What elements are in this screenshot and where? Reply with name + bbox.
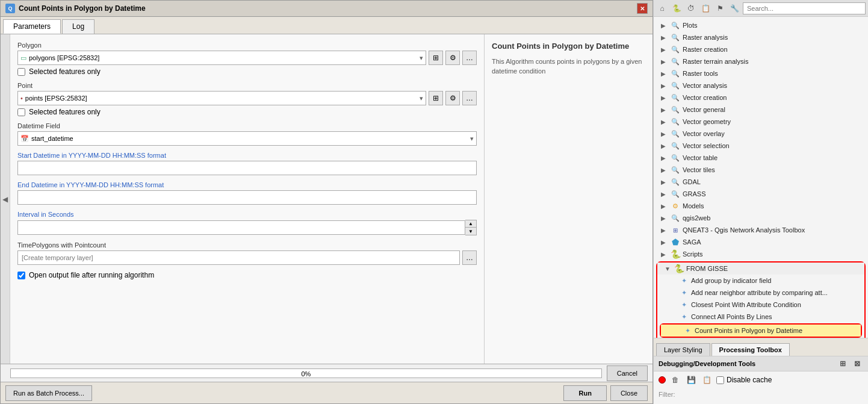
child-add-group[interactable]: ✦ Add group by indicator field — [657, 275, 864, 287]
debug-disable-cache-checkbox[interactable] — [716, 376, 724, 384]
child-closest-point[interactable]: ✦ Closest Point With Attribute Condition — [657, 299, 864, 311]
tree-arrow-vector-geometry: ▶ — [661, 119, 668, 125]
tree-arrow-models: ▶ — [661, 203, 668, 210]
child-add-near[interactable]: ✦ Add near neighbor attribute by compari… — [657, 287, 864, 299]
debug-title: Debugging/Development Tools — [659, 360, 755, 367]
tree-arrow-qneat3: ▶ — [661, 227, 668, 234]
tree-item-raster-analysis[interactable]: ▶ 🔍 Raster analysis — [654, 31, 868, 43]
output-input[interactable] — [17, 250, 460, 265]
toolbox-icon-2[interactable]: 🐍 — [671, 2, 683, 14]
tree-item-grass[interactable]: ▶ 🔍 GRASS — [654, 188, 868, 200]
toolbox-tree: ▶ 🔍 Plots ▶ 🔍 Raster analysis ▶ 🔍 Raster… — [654, 17, 868, 338]
progress-bar: 0% — [10, 368, 602, 378]
dialog-title: Count Points in Polygon by Datetime — [19, 4, 146, 13]
polygon-select-btn[interactable]: ⊞ — [429, 51, 443, 65]
point-selected-checkbox[interactable] — [17, 108, 25, 116]
debug-content-area: Filter: — [654, 388, 868, 400]
tree-item-plots[interactable]: ▶ 🔍 Plots — [654, 19, 868, 31]
cancel-button[interactable]: Cancel — [607, 365, 648, 381]
point-type-icon: • — [20, 95, 23, 102]
interval-down-btn[interactable]: ▼ — [465, 228, 476, 235]
tab-parameters[interactable]: Parameters — [3, 19, 61, 34]
tab-layer-styling[interactable]: Layer Styling — [656, 343, 710, 356]
debug-icon-2[interactable]: ⊠ — [851, 358, 863, 370]
tree-label-raster-creation: Raster creation — [683, 46, 863, 53]
tree-label-saga: SAGA — [683, 238, 863, 246]
tree-item-vector-table[interactable]: ▶ 🔍 Vector table — [654, 152, 868, 164]
tab-log[interactable]: Log — [62, 19, 95, 34]
interval-spin-btns: ▲ ▼ — [465, 220, 477, 235]
output-browse-btn[interactable]: … — [462, 250, 477, 265]
tree-item-vector-creation[interactable]: ▶ 🔍 Vector creation — [654, 92, 868, 104]
tree-item-vector-tiles[interactable]: ▶ 🔍 Vector tiles — [654, 164, 868, 176]
debug-record-icon[interactable] — [659, 376, 666, 384]
debug-filter-label: Filter: — [659, 391, 675, 398]
tree-icon-qgis2web: 🔍 — [671, 213, 680, 223]
tree-label-from-gisse: FROM GISSE — [686, 265, 860, 272]
open-output-label: Open output file after running algorithm — [29, 271, 154, 279]
tree-item-from-gisse[interactable]: ▼ 🐍 FROM GISSE — [657, 263, 864, 275]
child-icon-add-group: ✦ — [679, 276, 689, 285]
tree-item-scripts[interactable]: ▶ 🐍 Scripts — [654, 248, 868, 260]
run-button[interactable]: Run — [563, 385, 606, 401]
polygon-more-btn[interactable]: … — [462, 51, 477, 65]
point-label: Point — [17, 82, 477, 89]
debug-icon-1[interactable]: ⊞ — [837, 358, 849, 370]
polygon-selected-checkbox[interactable] — [17, 68, 25, 76]
close-button[interactable]: Close — [610, 385, 648, 401]
toolbox-icon-1[interactable]: ⌂ — [656, 2, 668, 14]
polygon-combo[interactable]: ▭ polygons [EPSG:25832] ▾ — [17, 51, 426, 65]
point-settings-btn[interactable]: ⚙ — [445, 91, 460, 105]
batch-process-button[interactable]: Run as Batch Process... — [5, 385, 92, 401]
tree-item-qgis2web[interactable]: ▶ 🔍 qgis2web — [654, 212, 868, 224]
tree-item-models[interactable]: ▶ ⚙ Models — [654, 200, 868, 212]
point-more-btn[interactable]: … — [462, 91, 477, 105]
tree-item-raster-tools[interactable]: ▶ 🔍 Raster tools — [654, 67, 868, 79]
close-icon[interactable]: ✕ — [637, 3, 648, 14]
tree-arrow-raster-terrain: ▶ — [661, 58, 668, 65]
description-area: Count Points in Polygon by Datetime This… — [484, 34, 653, 364]
tree-item-raster-terrain[interactable]: ▶ 🔍 Raster terrain analysis — [654, 55, 868, 67]
tree-item-raster-creation[interactable]: ▶ 🔍 Raster creation — [654, 43, 868, 55]
point-select-btn[interactable]: ⊞ — [429, 91, 443, 105]
tree-arrow-vector-tiles: ▶ — [661, 167, 668, 173]
toolbox-icon-5[interactable]: ⚑ — [714, 2, 726, 14]
datetime-field-combo[interactable]: 📅 start_datetime ▾ — [17, 131, 477, 146]
end-datetime-input[interactable]: 2020-01-10 23:59:59 — [17, 190, 477, 205]
interval-input[interactable]: 86400 — [17, 220, 465, 235]
tree-item-qneat3[interactable]: ▶ ⊞ QNEAT3 - Qgis Network Analysis Toolb… — [654, 224, 868, 236]
open-output-checkbox[interactable] — [17, 272, 25, 279]
tree-item-saga[interactable]: ▶ ⬟ SAGA — [654, 236, 868, 248]
tree-label-vector-selection: Vector selection — [683, 142, 863, 149]
tree-item-vector-analysis[interactable]: ▶ 🔍 Vector analysis — [654, 79, 868, 92]
child-label-connect: Connect All Points By Lines — [691, 313, 772, 320]
tree-item-vector-general[interactable]: ▶ 🔍 Vector general — [654, 104, 868, 116]
tree-arrow-saga: ▶ — [661, 239, 668, 246]
debug-copy-icon[interactable]: 📋 — [701, 374, 713, 386]
start-datetime-group: Start Datetime in YYYY-MM-DD HH:MM:SS fo… — [17, 152, 477, 175]
start-datetime-input[interactable]: 2020-01-01 00:00:00 — [17, 161, 477, 175]
child-connect-points[interactable]: ✦ Connect All Points By Lines — [657, 311, 864, 323]
collapse-arrow[interactable]: ◀ — [1, 34, 10, 364]
toolbox-icon-4[interactable]: 📋 — [699, 2, 711, 14]
debug-trash-icon[interactable]: 🗑 — [669, 374, 681, 386]
debug-panel: Debugging/Development Tools ⊞ ⊠ 🗑 💾 📋 Di… — [654, 356, 868, 404]
tree-item-gdal[interactable]: ▶ 🔍 GDAL — [654, 176, 868, 188]
tree-item-vector-selection[interactable]: ▶ 🔍 Vector selection — [654, 140, 868, 152]
toolbox-search-input[interactable] — [743, 2, 866, 14]
toolbox-icon-3[interactable]: ⏱ — [685, 2, 697, 14]
polygon-settings-btn[interactable]: ⚙ — [445, 51, 460, 65]
point-combo[interactable]: • points [EPSG:25832] ▾ — [17, 91, 426, 105]
debug-save-icon[interactable]: 💾 — [685, 374, 697, 386]
tree-label-scripts: Scripts — [683, 250, 863, 258]
interval-up-btn[interactable]: ▲ — [465, 220, 476, 228]
child-count-points[interactable]: ✦ Count Points in Polygon by Datetime — [661, 325, 861, 337]
tree-label-grass: GRASS — [683, 190, 863, 197]
tab-processing-toolbox[interactable]: Processing Toolbox — [711, 343, 790, 356]
tree-item-vector-geometry[interactable]: ▶ 🔍 Vector geometry — [654, 116, 868, 128]
desc-title: Count Points in Polygon by Datetime — [492, 42, 645, 52]
tree-label-models: Models — [683, 202, 863, 210]
debug-header: Debugging/Development Tools ⊞ ⊠ — [654, 356, 868, 371]
toolbox-icon-6[interactable]: 🔧 — [728, 2, 740, 14]
tree-item-vector-overlay[interactable]: ▶ 🔍 Vector overlay — [654, 128, 868, 140]
